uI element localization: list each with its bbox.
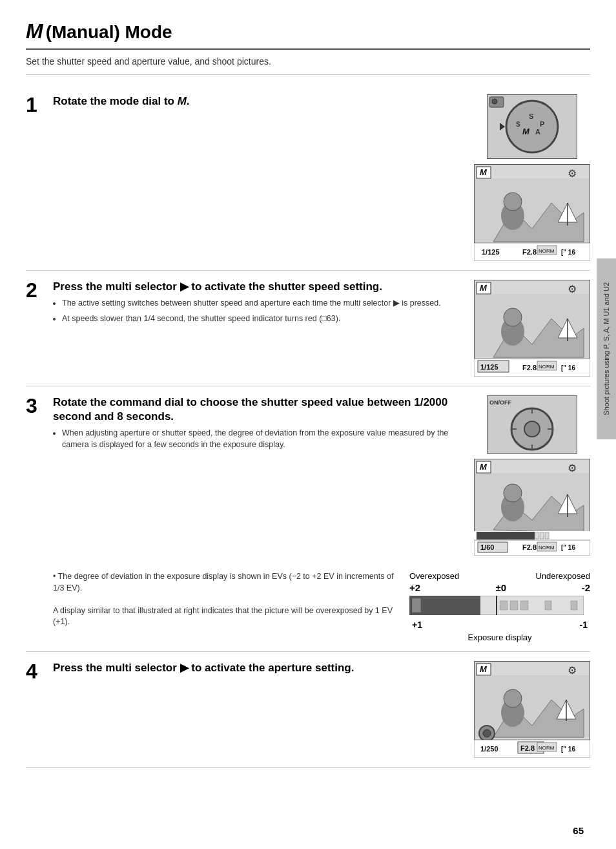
step-3-extra-text: • The degree of deviation in the exposur… [53, 571, 396, 642]
step-1-image: S P A M S M ⚙ [474, 94, 590, 261]
step-3-number: 3 [26, 395, 46, 556]
step-2-section: 2 Press the multi selector ▶ to activate… [26, 271, 590, 386]
svg-rect-78 [520, 601, 528, 610]
svg-text:M: M [480, 664, 488, 674]
svg-text:1/250: 1/250 [480, 745, 498, 753]
exposure-display-label: Exposure display [409, 633, 590, 642]
svg-text:["  16: [" 16 [561, 544, 575, 551]
step-3-section: 3 Rotate the command dial to choose the … [26, 386, 590, 652]
lcd-screen-1: M ⚙ 1/125 F2.8 [" 16 NOR [474, 164, 590, 261]
svg-text:⚙: ⚙ [568, 665, 577, 676]
svg-text:M: M [480, 283, 488, 293]
svg-point-46 [524, 421, 540, 437]
step-1-heading: Rotate the mode dial to M. [53, 94, 461, 109]
svg-point-33 [504, 308, 522, 326]
step-1-content: Rotate the mode dial to M. [53, 94, 467, 261]
svg-rect-81 [412, 598, 421, 613]
svg-text:⚙: ⚙ [568, 284, 577, 295]
title-m-letter: M [26, 19, 43, 43]
svg-text:M: M [480, 462, 488, 472]
svg-rect-15 [475, 178, 589, 242]
svg-text:S: S [529, 112, 533, 120]
svg-text:F2.8: F2.8 [520, 744, 535, 752]
svg-text:F2.8: F2.8 [522, 248, 537, 256]
exposure-ind-right: -1 [580, 620, 588, 630]
svg-rect-77 [510, 601, 518, 610]
svg-rect-65 [545, 532, 549, 539]
exposure-ind-left: +1 [412, 620, 422, 630]
svg-text:NORM: NORM [539, 545, 555, 550]
sidebar-tab: Shoot pictures using P, S, A, M U1 and U… [597, 258, 616, 439]
step-2-image: M ⚙ 1/125 F2.8 [" 16 NORM [474, 280, 590, 377]
svg-text:F2.8: F2.8 [522, 543, 537, 551]
step-1-number: 1 [26, 94, 46, 261]
svg-text:1/125: 1/125 [480, 363, 498, 371]
exposure-val-left: +2 [409, 582, 420, 593]
command-dial-svg: ON/OFF [487, 395, 577, 454]
svg-text:S: S [516, 121, 520, 128]
svg-text:⚙: ⚙ [568, 463, 577, 474]
svg-text:1/60: 1/60 [480, 543, 494, 551]
step-3-bullets: When adjusting aperture or shutter speed… [62, 428, 461, 450]
svg-point-58 [504, 484, 522, 502]
svg-rect-64 [540, 532, 544, 539]
page-title: M (Manual) Mode [26, 19, 590, 50]
svg-text:NORM: NORM [539, 745, 555, 751]
svg-rect-79 [545, 601, 551, 610]
step-3-top: 3 Rotate the command dial to choose the … [26, 395, 590, 556]
step-3-content: Rotate the command dial to choose the sh… [53, 395, 467, 556]
sidebar-text: Shoot pictures using P, S, A, M U1 and U… [602, 282, 611, 415]
step-4-section: 4 Press the multi selector ▶ to activate… [26, 652, 590, 768]
svg-text:1/125: 1/125 [482, 248, 500, 256]
lcd-screen-3: M ⚙ [474, 459, 590, 556]
svg-rect-80 [571, 601, 577, 610]
svg-text:A: A [535, 128, 540, 136]
step-3-heading: Rotate the command dial to choose the sh… [53, 395, 461, 424]
step-4-heading: Press the multi selector ▶ to activate t… [53, 661, 461, 675]
svg-text:NORM: NORM [539, 248, 555, 254]
svg-text:P: P [540, 120, 544, 128]
svg-point-1 [506, 101, 558, 152]
svg-point-9 [492, 99, 497, 104]
svg-point-17 [504, 193, 522, 211]
svg-text:["  16: [" 16 [561, 364, 575, 372]
step-2-content: Press the multi selector ▶ to activate t… [53, 280, 467, 377]
step-2-bullets: The active setting switches between shut… [62, 298, 461, 324]
page-number: 65 [573, 825, 584, 836]
exposure-val-right: -2 [582, 582, 590, 593]
step-2-bullet-1: The active setting switches between shut… [62, 298, 461, 309]
step-2-bullet-2: At speeds slower than 1/4 second, the sh… [62, 313, 461, 325]
svg-text:M: M [480, 167, 488, 177]
step-4-number: 4 [26, 661, 46, 758]
step-4-image: M ⚙ 1/250 F2.8 [" 16 NORM [474, 661, 590, 758]
svg-text:⚙: ⚙ [568, 168, 577, 179]
step-2-heading: Press the multi selector ▶ to activate t… [53, 280, 461, 294]
svg-text:NORM: NORM [539, 364, 555, 370]
svg-text:["  16: [" 16 [561, 746, 575, 753]
lcd-screen-4: M ⚙ 1/250 F2.8 [" 16 NORM [474, 661, 590, 758]
svg-point-89 [504, 689, 522, 708]
overexposed-label: Overexposed [409, 571, 459, 581]
svg-rect-56 [475, 473, 589, 531]
lcd-screen-2: M ⚙ 1/125 F2.8 [" 16 NORM [474, 280, 590, 377]
exposure-diagram: Overexposed Underexposed +2 ±0 -2 [409, 571, 590, 642]
page: M (Manual) Mode Set the shutter speed an… [0, 0, 616, 849]
step-4-content: Press the multi selector ▶ to activate t… [53, 661, 467, 758]
step-3-images: ON/OFF M ⚙ [474, 395, 590, 556]
svg-rect-76 [500, 601, 508, 610]
svg-text:F2.8: F2.8 [522, 364, 537, 372]
exposure-bar-svg [409, 596, 584, 615]
svg-rect-63 [535, 532, 539, 539]
title-rest: (Manual) Mode [46, 22, 172, 43]
exposure-val-mid: ±0 [496, 582, 507, 593]
svg-text:["  16: [" 16 [561, 249, 575, 256]
svg-text:M: M [522, 127, 530, 136]
step-2-number: 2 [26, 280, 46, 377]
svg-text:ON/OFF: ON/OFF [489, 399, 511, 406]
step-3-bullet-1: When adjusting aperture or shutter speed… [62, 428, 461, 450]
svg-point-93 [483, 729, 491, 737]
svg-rect-31 [475, 294, 589, 357]
intro-text: Set the shutter speed and aperture value… [26, 56, 590, 75]
step-3-bottom: • The degree of deviation in the exposur… [53, 569, 590, 642]
underexposed-label: Underexposed [535, 571, 590, 581]
